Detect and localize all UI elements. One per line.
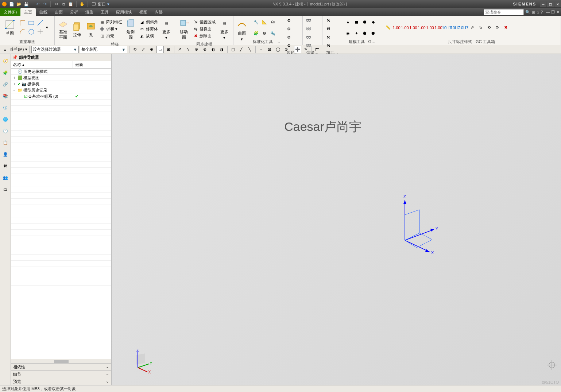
- mach-icon[interactable]: 🛠: [325, 34, 332, 41]
- mdi-restore-icon[interactable]: ❐: [551, 10, 555, 15]
- tb-icon[interactable]: ⊞: [165, 46, 172, 53]
- circle-icon[interactable]: [28, 28, 35, 35]
- tb-icon[interactable]: ⊡: [266, 46, 273, 53]
- std-icon[interactable]: 🔧: [252, 18, 260, 26]
- window-menu[interactable]: 窗口: [98, 1, 106, 7]
- system-icon[interactable]: 🗂: [1, 185, 9, 193]
- mdi-close-icon[interactable]: ✕: [556, 10, 560, 15]
- arc-icon[interactable]: [19, 28, 26, 35]
- new-icon[interactable]: 📄: [9, 1, 15, 7]
- file-menu[interactable]: 文件(F): [0, 8, 20, 16]
- gear-icon[interactable]: ⚙: [285, 34, 293, 41]
- sync-more-button[interactable]: ▤更多▾: [218, 17, 231, 41]
- tb-icon[interactable]: 🗔: [314, 46, 321, 53]
- help-icon[interactable]: ?: [541, 10, 543, 14]
- mod-icon[interactable]: ⬣: [361, 18, 368, 26]
- roles-icon[interactable]: 👤: [1, 150, 9, 158]
- tb-icon[interactable]: ⊘: [283, 46, 290, 53]
- tb-icon[interactable]: ⟲: [131, 46, 139, 53]
- mod-icon[interactable]: ▲: [344, 18, 352, 26]
- draft-button[interactable]: ◭拔模: [138, 32, 159, 39]
- graphics-viewport[interactable]: Caesar卢尚宇 Z Y X Z Y X @51CTO: [112, 54, 561, 385]
- dim-icon[interactable]: 10H7: [452, 24, 459, 31]
- browser-icon[interactable]: 🌐: [1, 115, 9, 123]
- mod-icon[interactable]: ⬟: [361, 30, 368, 37]
- mod-icon[interactable]: ◆: [370, 18, 377, 26]
- tab-surface[interactable]: 曲面: [51, 8, 66, 16]
- tree-row[interactable]: 🕘历史记录模式: [11, 69, 111, 75]
- extrude-button[interactable]: 拉伸: [71, 20, 83, 38]
- tab-application[interactable]: 应用模块: [112, 8, 136, 16]
- part-navigator-icon[interactable]: 🧭: [1, 57, 9, 65]
- assembly-scope-dropdown[interactable]: 整个装配▼: [80, 46, 127, 53]
- point-icon[interactable]: [36, 28, 44, 35]
- home-icon[interactable]: ⌂: [537, 10, 539, 14]
- tab-tools[interactable]: 工具: [97, 8, 112, 16]
- shell-button[interactable]: ◫抽壳: [98, 32, 123, 39]
- tb-icon[interactable]: ↔: [258, 46, 265, 53]
- spring-icon[interactable]: ➿: [305, 34, 312, 41]
- touch-icon[interactable]: ✋: [79, 1, 85, 7]
- navigator-tree[interactable]: 🕘历史记录模式+🟩模型视图+✔📷摄像机−📁模型历史记录☑⬙基准坐标系 (0)✔: [11, 69, 111, 359]
- tab-analysis[interactable]: 分析: [66, 8, 82, 16]
- save-icon[interactable]: 💾: [23, 1, 29, 7]
- replace-face-button[interactable]: ⇆替换面: [192, 26, 216, 32]
- redo-icon[interactable]: ↷: [42, 1, 48, 7]
- section-dependencies[interactable]: 相依性⌄: [11, 363, 111, 370]
- hole-button[interactable]: 孔: [85, 20, 97, 38]
- tb-icon[interactable]: ▢: [229, 46, 237, 53]
- tb-icon[interactable]: ✎: [302, 46, 310, 53]
- tb-icon[interactable]: ⤡: [185, 46, 192, 53]
- mach-icon[interactable]: 🛠: [325, 25, 332, 32]
- dim-icon[interactable]: ⬂: [477, 24, 484, 31]
- std-icon[interactable]: 🔩: [269, 30, 276, 37]
- std-icon[interactable]: 🧩: [252, 30, 260, 37]
- tb-icon[interactable]: ⊙: [193, 46, 200, 53]
- dim-icon[interactable]: 10H7: [443, 24, 450, 31]
- trim-body-button[interactable]: ✂修剪体: [138, 26, 159, 32]
- tb-icon[interactable]: ▭: [156, 46, 164, 53]
- tb-icon[interactable]: ◑: [218, 46, 225, 53]
- unite-button[interactable]: ➕求和 ▾: [98, 26, 123, 32]
- tb-icon[interactable]: ╲: [246, 46, 254, 53]
- std-icon[interactable]: 📐: [261, 18, 268, 26]
- tree-row[interactable]: +🟩模型视图: [11, 75, 111, 81]
- window-list-icon[interactable]: 🗔: [90, 1, 96, 7]
- mach-icon[interactable]: 🛠: [325, 42, 332, 49]
- tree-row[interactable]: +✔📷摄像机: [11, 81, 111, 87]
- tree-row[interactable]: −📁模型历史记录: [11, 87, 111, 93]
- layout-icon[interactable]: ⊞: [532, 10, 535, 15]
- tb-icon[interactable]: ⊚: [201, 46, 209, 53]
- tb-icon[interactable]: ↗: [176, 46, 183, 53]
- maximize-button[interactable]: □: [547, 1, 554, 7]
- datum-plane-button[interactable]: 基准平面: [57, 17, 69, 41]
- sketch-button[interactable]: 草图: [2, 18, 18, 37]
- dim-icon[interactable]: 1.00: [393, 24, 400, 31]
- gear-icon[interactable]: ⚙: [285, 25, 293, 32]
- dim-icon[interactable]: ✖: [502, 24, 509, 31]
- paste-icon[interactable]: 📋: [68, 1, 74, 7]
- spring-icon[interactable]: ➿: [305, 25, 312, 32]
- spring-icon[interactable]: ➿: [305, 17, 312, 24]
- mod-icon[interactable]: ◉: [344, 30, 352, 37]
- system-icon[interactable]: 📋: [1, 139, 9, 147]
- dim-icon[interactable]: 1.00: [435, 24, 442, 31]
- gear-icon[interactable]: ⚙: [285, 17, 293, 24]
- close-button[interactable]: ✕: [554, 1, 561, 7]
- section-preview[interactable]: 预览⌄: [11, 378, 111, 385]
- offset-region-button[interactable]: ⇲偏置区域: [192, 19, 216, 25]
- tab-curve[interactable]: 曲线: [36, 8, 51, 16]
- tab-home[interactable]: 主页: [20, 8, 36, 16]
- move-face-button[interactable]: 移动面: [177, 17, 190, 41]
- feature-more-button[interactable]: ▤更多▾: [160, 17, 173, 41]
- tb-icon[interactable]: ➕: [294, 46, 301, 53]
- menu-label[interactable]: 菜单(M): [10, 47, 24, 52]
- reuse-library-icon[interactable]: 📚: [1, 92, 9, 100]
- edge-blend-button[interactable]: 边倒圆: [124, 17, 137, 41]
- menu-button[interactable]: ≡: [1, 46, 9, 53]
- dim-icon[interactable]: 1.00: [426, 24, 434, 31]
- tab-render[interactable]: 渲染: [82, 8, 97, 16]
- undo-icon[interactable]: ↶: [35, 1, 40, 7]
- copy-icon[interactable]: ⧉: [61, 1, 66, 7]
- mod-icon[interactable]: ⬢: [370, 30, 377, 37]
